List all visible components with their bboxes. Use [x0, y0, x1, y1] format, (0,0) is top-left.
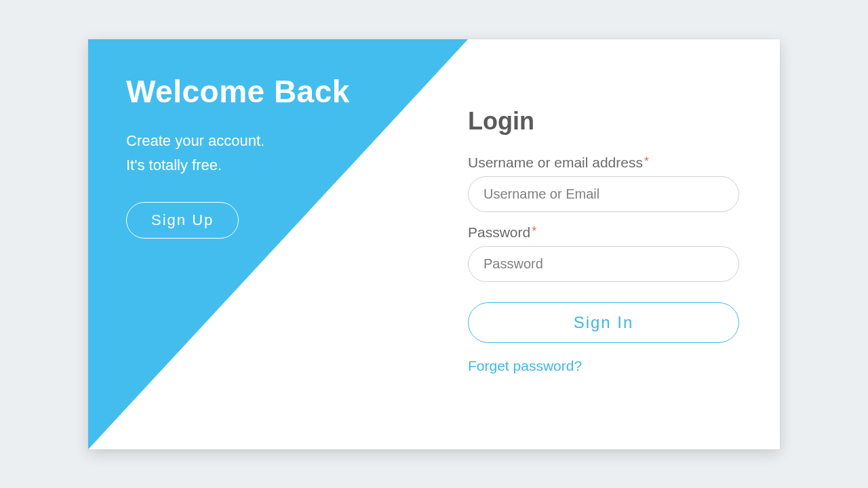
welcome-panel: Welcome Back Create your account. It's t…	[126, 73, 350, 239]
welcome-subtitle: Create your account. It's totally free.	[126, 129, 350, 178]
login-heading: Login	[468, 107, 739, 136]
required-mark: *	[644, 155, 649, 168]
password-input[interactable]	[468, 246, 739, 282]
required-mark: *	[532, 224, 536, 238]
welcome-subtitle-line2: It's totally free.	[126, 157, 222, 174]
login-panel: Login Username or email address* Passwor…	[468, 107, 739, 374]
username-label-text: Username or email address	[468, 155, 643, 170]
welcome-subtitle-line1: Create your account.	[126, 132, 264, 149]
password-label: Password*	[468, 224, 739, 241]
login-card: Welcome Back Create your account. It's t…	[88, 39, 780, 449]
signup-button[interactable]: Sign Up	[126, 202, 239, 239]
password-label-text: Password	[468, 224, 530, 240]
signin-button[interactable]: Sign In	[468, 302, 739, 343]
welcome-title: Welcome Back	[126, 73, 350, 110]
forgot-password-link[interactable]: Forget password?	[468, 358, 582, 374]
username-label: Username or email address*	[468, 155, 739, 171]
username-group: Username or email address*	[468, 155, 739, 212]
username-input[interactable]	[468, 176, 739, 212]
password-group: Password*	[468, 224, 739, 282]
